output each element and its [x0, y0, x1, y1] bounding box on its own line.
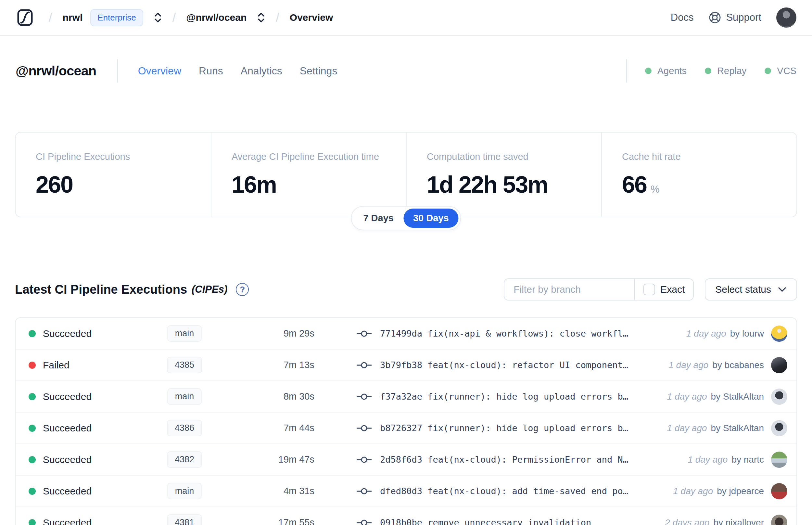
- run-status: Succeeded: [43, 423, 92, 434]
- table-row[interactable]: Succeeded main 8m 30s f37a32ae fix(runne…: [16, 381, 796, 412]
- commit-icon: [357, 392, 371, 401]
- stat-cards: CI Pipeline Executions 260 Average CI Pi…: [15, 132, 797, 217]
- branch-badge[interactable]: 4385: [167, 357, 202, 373]
- author-avatar: [771, 483, 787, 499]
- exact-checkbox[interactable]: [643, 284, 655, 295]
- breadcrumb-separator: /: [172, 11, 176, 25]
- service-status-agents: Agents: [645, 65, 687, 76]
- run-time: 1 day ago: [686, 328, 726, 339]
- enterprise-badge: Enterprise: [90, 9, 143, 26]
- status-dot-icon: [645, 68, 652, 74]
- cipes-section-header: Latest CI Pipeline Executions (CIPEs) ? …: [15, 279, 797, 300]
- author-avatar: [771, 326, 787, 342]
- commit-icon: [357, 361, 371, 370]
- run-author: by bcabanes: [712, 360, 764, 370]
- exact-label: Exact: [660, 284, 685, 295]
- page-title: @nrwl/ocean: [16, 63, 96, 79]
- table-row[interactable]: Succeeded 4382 19m 47s 2d58f6d3 feat(nx-…: [16, 444, 796, 476]
- service-status-vcs: VCS: [765, 65, 796, 76]
- commit-icon: [357, 424, 371, 432]
- commit-message[interactable]: dfed80d3 feat(nx-cloud): add time-saved …: [380, 486, 628, 496]
- date-range-toggle: 7 Days 30 Days: [351, 206, 461, 230]
- org-switcher-chevron-icon[interactable]: [154, 11, 162, 24]
- branch-badge[interactable]: main: [167, 325, 202, 342]
- nx-cloud-logo-icon[interactable]: [16, 8, 34, 27]
- status-dot-icon: [29, 456, 36, 463]
- run-time: 1 day ago: [667, 391, 707, 402]
- docs-link[interactable]: Docs: [671, 12, 694, 24]
- author-avatar: [771, 389, 787, 405]
- user-avatar[interactable]: [776, 7, 796, 28]
- table-row[interactable]: Failed 4385 7m 13s 3b79fb38 feat(nx-clou…: [16, 349, 796, 381]
- commit-message[interactable]: f37a32ae fix(runner): hide log upload er…: [380, 391, 628, 402]
- stat-suffix: %: [650, 183, 660, 195]
- run-author: by StalkAltan: [711, 391, 764, 402]
- stat-card-time-saved: Computation time saved 1d 22h 53m: [406, 133, 601, 217]
- support-link[interactable]: Support: [708, 11, 761, 24]
- status-dot-icon: [705, 68, 711, 74]
- run-time: 1 day ago: [688, 454, 727, 465]
- divider: [626, 59, 627, 82]
- run-duration: 7m 13s: [214, 360, 315, 370]
- tab-analytics[interactable]: Analytics: [241, 65, 282, 77]
- run-author: by lourw: [730, 328, 764, 339]
- run-duration: 8m 30s: [214, 391, 315, 402]
- breadcrumb-org[interactable]: nrwl: [63, 12, 83, 23]
- tab-runs[interactable]: Runs: [199, 65, 223, 77]
- branch-badge[interactable]: main: [167, 388, 202, 405]
- author-avatar: [771, 357, 787, 373]
- run-status: Succeeded: [43, 517, 92, 525]
- tab-overview[interactable]: Overview: [138, 65, 181, 77]
- cipes-table: Succeeded main 9m 29s 771499da fix(nx-ap…: [15, 317, 797, 525]
- commit-icon: [357, 519, 371, 525]
- author-avatar: [771, 420, 787, 436]
- table-row[interactable]: Succeeded main 4m 31s dfed80d3 feat(nx-c…: [16, 476, 796, 507]
- status-dot-icon: [29, 362, 36, 369]
- run-status: Succeeded: [43, 486, 92, 497]
- commit-icon: [357, 487, 371, 495]
- run-time: 1 day ago: [667, 423, 707, 433]
- breadcrumb-workspace[interactable]: @nrwl/ocean: [186, 12, 246, 23]
- tab-settings[interactable]: Settings: [300, 65, 337, 77]
- service-status-replay: Replay: [705, 65, 746, 76]
- table-row[interactable]: Succeeded 4386 7m 44s b8726327 fix(runne…: [16, 412, 796, 444]
- workspace-header: @nrwl/ocean Overview Runs Analytics Sett…: [16, 59, 796, 82]
- range-30-days[interactable]: 30 Days: [403, 209, 459, 228]
- life-buoy-icon: [708, 11, 721, 24]
- run-status: Succeeded: [43, 454, 92, 465]
- divider: [117, 59, 118, 82]
- run-author: by nixallover: [713, 518, 764, 525]
- commit-message[interactable]: b8726327 fix(runner): hide log upload er…: [380, 423, 628, 433]
- run-duration: 7m 44s: [214, 423, 315, 433]
- run-duration: 9m 29s: [214, 328, 315, 339]
- status-dot-icon: [29, 393, 36, 400]
- exact-filter: Exact: [634, 279, 693, 300]
- commit-message[interactable]: 3b79fb38 feat(nx-cloud): refactor UI com…: [380, 360, 628, 370]
- table-row[interactable]: Succeeded main 9m 29s 771499da fix(nx-ap…: [16, 318, 796, 349]
- stat-label: CI Pipeline Executions: [36, 151, 191, 162]
- help-icon[interactable]: ?: [236, 283, 249, 296]
- run-status: Failed: [43, 360, 70, 371]
- author-avatar: [771, 452, 787, 468]
- branch-badge[interactable]: 4381: [167, 514, 202, 525]
- breadcrumb-page: Overview: [290, 12, 333, 23]
- commit-message[interactable]: 771499da fix(nx-api & workflows): close …: [380, 328, 628, 339]
- run-time: 1 day ago: [669, 360, 708, 370]
- branch-badge[interactable]: main: [167, 483, 202, 499]
- status-dot-icon: [29, 330, 36, 337]
- cipes-title: Latest CI Pipeline Executions: [15, 283, 187, 297]
- commit-message[interactable]: 2d58f6d3 feat(nx-cloud): PermissionError…: [380, 454, 628, 465]
- workspace-switcher-chevron-icon[interactable]: [257, 11, 265, 24]
- select-status-button[interactable]: Select status: [705, 279, 797, 300]
- commit-message[interactable]: 0918b0be remove unnecessary invalidation: [380, 518, 591, 525]
- run-time: 1 day ago: [673, 486, 713, 496]
- stat-value: 1d 22h 53m: [427, 171, 581, 198]
- stat-value: 66%: [622, 171, 776, 198]
- branch-filter-input[interactable]: [504, 279, 634, 300]
- branch-badge[interactable]: 4382: [167, 451, 202, 468]
- range-7-days[interactable]: 7 Days: [353, 209, 403, 228]
- branch-badge[interactable]: 4386: [167, 420, 202, 436]
- stat-card-cache-hit: Cache hit rate 66%: [601, 133, 796, 217]
- run-status: Succeeded: [43, 328, 92, 339]
- table-row[interactable]: Succeeded 4381 17m 55s 0918b0be remove u…: [16, 507, 796, 525]
